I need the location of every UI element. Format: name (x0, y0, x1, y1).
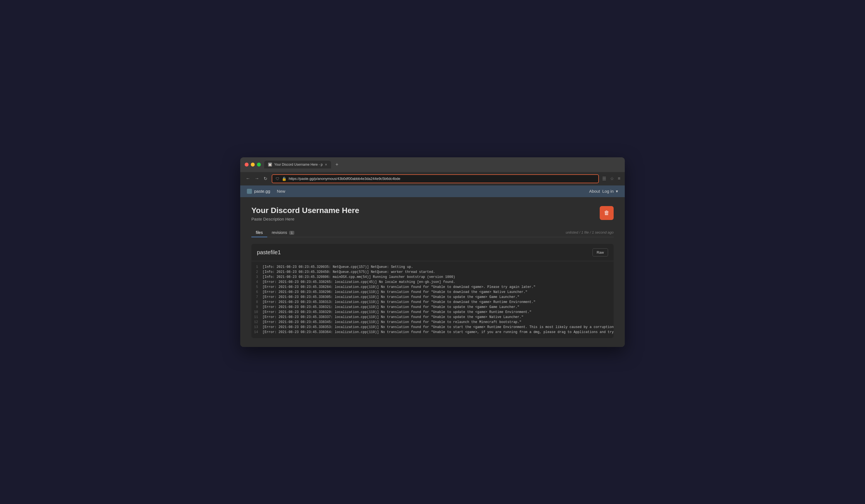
file-block: pastefile1 Raw 1[Info: 2021-08-23 08:23:… (251, 244, 614, 338)
tab-files[interactable]: files (251, 228, 267, 237)
bookmark-icon[interactable]: ☆ (610, 176, 614, 181)
table-row: 4[Error: 2021-08-23 08:23:45.338265: loc… (251, 280, 614, 284)
line-content: [Error: 2021-08-23 08:23:45.338313: loca… (263, 300, 614, 304)
traffic-lights (245, 163, 261, 166)
line-content: [Error: 2021-08-23 08:23:45.338337: loca… (263, 315, 614, 319)
browser-window: 📋 Your Discord Username Here - p × + ← →… (240, 157, 625, 347)
line-number: 4 (251, 280, 263, 284)
paste-title: Your Discord Username Here (251, 206, 359, 215)
maximize-button[interactable] (257, 163, 261, 166)
tab-files-label: files (256, 230, 263, 235)
nav-buttons: ← → ↻ (245, 175, 268, 183)
paste-description: Paste Description Here (251, 216, 359, 221)
line-content: [Info: 2021-08-23 08:23:45.320450: NetQu… (263, 270, 614, 274)
table-row: 2[Info: 2021-08-23 08:23:45.320450: NetQ… (251, 270, 614, 274)
paste-header: Your Discord Username Here Paste Descrip… (251, 206, 614, 221)
line-number: 3 (251, 275, 263, 279)
file-header: pastefile1 Raw (251, 244, 614, 261)
logo-icon (247, 189, 252, 194)
address-bar: ← → ↻ 🛡 🔒 https://paste.gg/p/anonymous/4… (240, 172, 625, 186)
table-row: 5[Error: 2021-08-23 08:23:45.338284: loc… (251, 284, 614, 290)
tabs-row: files revisions 1 unlisted / 1 file / 1 … (251, 228, 614, 237)
table-row: 7[Error: 2021-08-23 08:23:45.338305: loc… (251, 295, 614, 300)
line-number: 5 (251, 285, 263, 289)
login-dropdown-icon[interactable]: ▾ (616, 189, 618, 194)
tab-title: Your Discord Username Here - p (274, 163, 323, 166)
main-content: Your Discord Username Here Paste Descrip… (240, 197, 625, 347)
table-row: 6[Error: 2021-08-23 08:23:45.338296: loc… (251, 290, 614, 295)
menu-icon[interactable]: ≡ (618, 176, 620, 181)
line-content: [Error: 2021-08-23 08:23:45.338296: loca… (263, 290, 614, 294)
raw-button[interactable]: Raw (592, 248, 608, 256)
line-number: 6 (251, 290, 263, 294)
table-row: 12[Error: 2021-08-23 08:23:45.338345: lo… (251, 320, 614, 325)
trash-icon: 🗑 (604, 210, 610, 216)
site-logo[interactable]: paste.gg (247, 189, 270, 194)
revisions-badge: 1 (289, 231, 294, 235)
minimize-button[interactable] (251, 163, 255, 166)
reading-list-icon[interactable]: ☰ (602, 176, 606, 181)
line-content: [Error: 2021-08-23 08:23:45.338265: loca… (263, 280, 614, 284)
site-nav: paste.gg New About Log in ▾ (240, 186, 625, 197)
line-number: 13 (251, 325, 263, 329)
line-number: 14 (251, 330, 263, 334)
url-text: https://paste.gg/p/anonymous/43b0df00abb… (289, 177, 595, 181)
tab-revisions-label: revisions (272, 230, 287, 235)
browser-tab[interactable]: 📋 Your Discord Username Here - p × (264, 161, 331, 168)
about-link[interactable]: About (589, 189, 600, 194)
line-content: [Info: 2021-08-23 08:23:45.320035: NetQu… (263, 265, 614, 269)
new-link[interactable]: New (277, 189, 285, 194)
paste-info: Your Discord Username Here Paste Descrip… (251, 206, 359, 221)
table-row: 3[Info: 2021-08-23 08:23:45.320806: main… (251, 274, 614, 280)
address-bar-input[interactable]: 🛡 🔒 https://paste.gg/p/anonymous/43b0df0… (272, 174, 599, 183)
line-number: 10 (251, 310, 263, 314)
table-row: 10[Error: 2021-08-23 08:23:45.338329: lo… (251, 310, 614, 315)
line-number: 9 (251, 305, 263, 309)
table-row: 9[Error: 2021-08-23 08:23:45.338321: loc… (251, 305, 614, 310)
tab-close-icon[interactable]: × (325, 162, 327, 167)
back-button[interactable]: ← (245, 175, 251, 183)
delete-button[interactable]: 🗑 (600, 206, 614, 220)
line-content: [Info: 2021-08-23 08:23:45.320806: mainO… (263, 275, 614, 279)
file-name: pastefile1 (257, 249, 281, 256)
site-nav-right: About Log in ▾ (589, 189, 618, 194)
paste-meta: unlisted / 1 file / 1 second ago (566, 230, 614, 234)
table-row: 13[Error: 2021-08-23 08:23:45.338353: lo… (251, 325, 614, 330)
tab-favicon: 📋 (268, 163, 272, 166)
lock-icon: 🔒 (282, 177, 287, 181)
line-number: 7 (251, 295, 263, 299)
title-bar: 📋 Your Discord Username Here - p × + (240, 157, 625, 172)
forward-button[interactable]: → (254, 175, 260, 183)
line-number: 11 (251, 315, 263, 319)
table-row: 11[Error: 2021-08-23 08:23:45.338337: lo… (251, 315, 614, 320)
tab-bar: 📋 Your Discord Username Here - p × + (264, 161, 620, 169)
table-row: 14[Error: 2021-08-23 08:23:45.338364: lo… (251, 330, 614, 335)
line-number: 1 (251, 265, 263, 269)
tab-revisions[interactable]: revisions 1 (267, 228, 299, 237)
line-number: 2 (251, 270, 263, 274)
logo-text: paste.gg (254, 189, 270, 194)
shield-icon: 🛡 (276, 177, 279, 181)
table-row: 1[Info: 2021-08-23 08:23:45.320035: NetQ… (251, 265, 614, 270)
reload-button[interactable]: ↻ (263, 175, 268, 183)
line-content: [Error: 2021-08-23 08:23:45.338364: loca… (263, 330, 614, 334)
table-row: 8[Error: 2021-08-23 08:23:45.338313: loc… (251, 300, 614, 305)
line-content: [Error: 2021-08-23 08:23:45.338321: loca… (263, 305, 614, 309)
line-content: [Error: 2021-08-23 08:23:45.338329: loca… (263, 310, 614, 314)
code-block: 1[Info: 2021-08-23 08:23:45.320035: NetQ… (251, 261, 614, 338)
new-tab-button[interactable]: + (333, 161, 341, 169)
close-button[interactable] (245, 163, 249, 166)
line-content: [Error: 2021-08-23 08:23:45.338284: loca… (263, 285, 614, 289)
line-number: 12 (251, 320, 263, 324)
login-button[interactable]: Log in (602, 189, 614, 194)
line-content: [Error: 2021-08-23 08:23:45.338353: loca… (263, 325, 614, 329)
line-number: 8 (251, 300, 263, 304)
line-content: [Error: 2021-08-23 08:23:45.338345: loca… (263, 320, 614, 324)
toolbar-icons: ☰ ☆ ≡ (602, 176, 620, 181)
line-content: [Error: 2021-08-23 08:23:45.338305: loca… (263, 295, 614, 299)
